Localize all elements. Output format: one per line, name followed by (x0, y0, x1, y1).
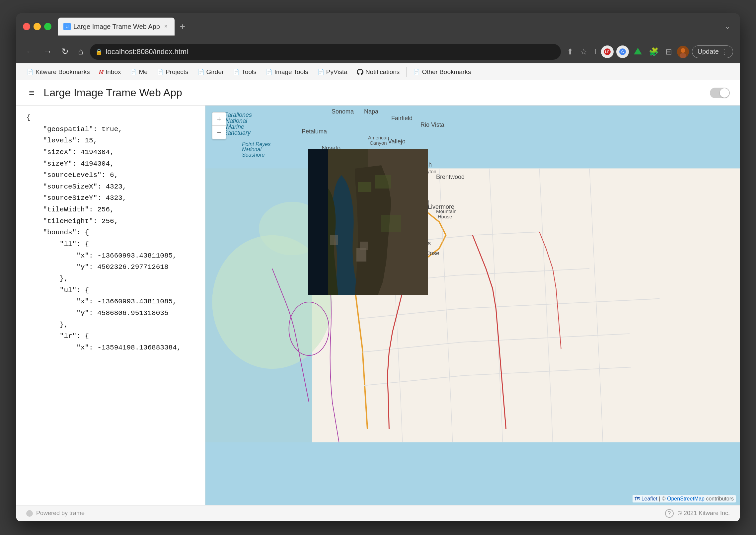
bookmark-girder[interactable]: 📄 Girder (194, 67, 228, 77)
satellite-image (308, 149, 428, 295)
map-attribution: 🗺 Leaflet | © OpenStreetMap contributors (633, 495, 736, 502)
svg-marker-6 (634, 48, 642, 54)
page-footer: Powered by trame ? © 2021 Kitware Inc. (16, 505, 740, 521)
address-bar[interactable]: 🔒 localhost:8080/index.html (90, 44, 561, 60)
zoom-in-button[interactable]: + (212, 113, 226, 126)
toggle-knob (720, 88, 729, 98)
toggle-switch[interactable] (710, 88, 730, 98)
traffic-lights (23, 23, 51, 30)
svg-rect-17 (375, 175, 391, 189)
svg-point-8 (681, 48, 685, 53)
powered-by-text: Powered by trame (36, 510, 85, 517)
browser-window: LI Large Image Trame Web App × + ⌄ ← → ↻… (16, 13, 740, 521)
new-tab-button[interactable]: + (176, 20, 189, 33)
bookmark-me[interactable]: 📄 Me (126, 67, 151, 77)
tab-bar: LI Large Image Trame Web App × + (58, 18, 718, 36)
lastpass-icon[interactable]: LP (601, 45, 614, 58)
svg-text:G: G (621, 50, 624, 54)
help-button[interactable]: ? (665, 509, 674, 518)
svg-rect-16 (358, 182, 371, 192)
bookmark-divider (406, 67, 407, 77)
reload-button[interactable]: ↻ (59, 44, 71, 59)
svg-text:LP: LP (605, 50, 609, 54)
main-content: { "geospatial": true, "levels": 15, "siz… (16, 106, 740, 505)
address-text: localhost:8080/index.html (106, 47, 556, 56)
json-panel: { "geospatial": true, "levels": 15, "siz… (16, 106, 205, 505)
folder-icon: 📄 (130, 69, 137, 75)
tab-close-button[interactable]: × (163, 23, 169, 30)
bookmark-pyvista[interactable]: 📄 PyVista (314, 67, 351, 77)
page-title: Large Image Trame Web App (43, 87, 710, 99)
hamburger-button[interactable]: ≡ (26, 85, 37, 101)
tab-title: Large Image Trame Web App (73, 23, 160, 31)
folder-icon-3: 📄 (198, 69, 204, 75)
json-content: { "geospatial": true, "levels": 15, "siz… (26, 112, 198, 353)
svg-rect-21 (330, 235, 338, 245)
active-tab[interactable]: LI Large Image Trame Web App × (58, 18, 175, 36)
folder-icon-6: 📄 (318, 69, 324, 75)
gmail-icon: M (99, 69, 104, 75)
github-icon (357, 69, 363, 75)
map-container[interactable]: Farallones National Marine Sanctuary Poi… (205, 106, 740, 505)
home-button[interactable]: ⌂ (75, 44, 86, 59)
bookmark-tools[interactable]: 📄 Tools (229, 67, 260, 77)
zoom-controls: + − (212, 112, 226, 139)
close-window-button[interactable] (23, 23, 30, 30)
tab-favicon: LI (63, 23, 71, 30)
map-svg (205, 106, 740, 505)
svg-rect-19 (356, 248, 366, 262)
google-icon[interactable]: G (616, 45, 629, 58)
bookmark-image-tools[interactable]: 📄 Image Tools (262, 67, 312, 77)
forward-button[interactable]: → (41, 44, 55, 59)
osm-contributors: contributors (706, 496, 734, 501)
osm-copyright: © (662, 496, 667, 501)
app-header: ≡ Large Image Trame Web App (16, 80, 740, 106)
browser-dropdown-button[interactable]: ⌄ (722, 20, 733, 34)
zoom-out-button[interactable]: − (212, 126, 226, 139)
svg-rect-20 (360, 242, 368, 250)
folder-icon-2: 📄 (157, 69, 164, 75)
footer-left: Powered by trame (26, 510, 85, 517)
bookmark-projects[interactable]: 📄 Projects (153, 67, 192, 77)
share-button[interactable]: ⬆ (565, 45, 575, 58)
folder-icon-4: 📄 (233, 69, 240, 75)
vimium-icon[interactable] (632, 45, 644, 58)
split-view-button[interactable]: ⊟ (663, 45, 674, 58)
svg-rect-22 (308, 149, 328, 295)
text-button[interactable]: I (592, 45, 598, 58)
lock-icon: 🔒 (95, 48, 103, 55)
bookmark-other[interactable]: 📄 Other Bookmarks (409, 67, 475, 77)
toolbar: ← → ↻ ⌂ 🔒 localhost:8080/index.html ⬆ ☆ … (16, 40, 740, 63)
fullscreen-window-button[interactable] (44, 23, 51, 30)
trame-icon (26, 510, 33, 517)
back-button[interactable]: ← (23, 44, 37, 59)
svg-text:LI: LI (66, 25, 69, 29)
page-content: ≡ Large Image Trame Web App { "geospatia… (16, 80, 740, 521)
bookmarks-bar: 📄 Kitware Bookmarks M Inbox 📄 Me 📄 Proje… (16, 63, 740, 80)
title-bar: LI Large Image Trame Web App × + ⌄ (16, 13, 740, 40)
bookmark-button[interactable]: ☆ (578, 45, 589, 58)
bookmark-notifications[interactable]: Notifications (353, 67, 404, 77)
svg-rect-18 (381, 215, 401, 232)
folder-icon-5: 📄 (266, 69, 272, 75)
bookmark-folder-icon: 📄 (27, 69, 34, 75)
leaflet-link[interactable]: 🗺 Leaflet (635, 496, 657, 501)
extensions-button[interactable]: 🧩 (647, 45, 661, 58)
footer-right: ? © 2021 Kitware Inc. (665, 509, 730, 518)
update-button[interactable]: Update ⋮ (692, 45, 733, 58)
copyright-text: © 2021 Kitware Inc. (678, 510, 730, 517)
user-avatar[interactable] (677, 45, 689, 58)
toolbar-actions: ⬆ ☆ I LP G 🧩 ⊟ Update ⋮ (565, 45, 733, 58)
bookmark-inbox[interactable]: M Inbox (95, 67, 125, 77)
minimize-window-button[interactable] (34, 23, 41, 30)
osm-link[interactable]: OpenStreetMap (667, 496, 705, 501)
bookmark-kitware[interactable]: 📄 Kitware Bookmarks (23, 67, 94, 77)
folder-icon-7: 📄 (413, 69, 420, 75)
